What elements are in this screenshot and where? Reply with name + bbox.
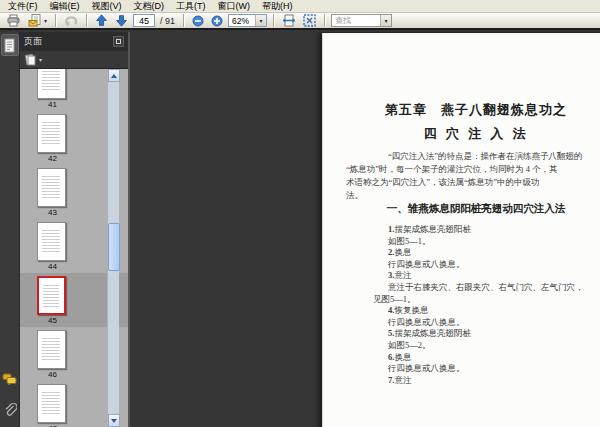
find-box: ▾ [331, 14, 392, 27]
scroll-down-button[interactable] [108, 414, 120, 427]
menu-item-6[interactable]: 窗口(W) [213, 0, 256, 12]
fit-width-button[interactable] [280, 14, 298, 28]
zoom-out-button[interactable] [190, 14, 206, 28]
thumbnail-page-number: 44 [37, 262, 68, 271]
fit-width-icon [282, 14, 296, 27]
document-text-line: 行四换息或八换息。 [346, 317, 584, 329]
thumbnail-page-preview [37, 330, 66, 369]
zoom-level-combo[interactable]: 62% ▾ [228, 14, 267, 27]
thumbnail-page-number: 41 [37, 100, 68, 109]
scroll-up-icon [111, 74, 117, 78]
page-down-icon [115, 14, 128, 27]
options-icon [24, 54, 37, 66]
menu-item-3[interactable]: 视图(V) [87, 0, 127, 12]
document-text-line: 如图5—2。 [346, 340, 584, 352]
zoom-dropdown-caret[interactable]: ▾ [255, 15, 266, 26]
navigation-tab-strip [0, 32, 20, 427]
thumbnail-page-number: 43 [37, 208, 68, 217]
zoom-level-value: 62% [229, 16, 255, 26]
page-up-icon [95, 14, 108, 27]
section-heading: 一、雏燕炼息阴阳桩亮翅动四穴注入法 [323, 202, 600, 216]
thumbnail-page-preview [37, 69, 66, 99]
toolbar-separator [183, 14, 184, 27]
zoom-in-icon [211, 15, 223, 27]
panel-collapse-button[interactable] [113, 36, 124, 47]
document-text-line: “炼息功”时，每一个架子的灌注穴位，均同时为 4 个，其 [346, 163, 583, 176]
pages-panel-header: 页面 [20, 32, 128, 51]
thumbnail-page-number: 45 [37, 316, 68, 325]
zoom-out-icon [192, 15, 204, 27]
menu-item-4[interactable]: 文档(D) [129, 0, 170, 12]
email-button[interactable]: ▾ [26, 14, 49, 28]
toolbar-separator [324, 14, 325, 27]
document-text-line: 见图5—1。 [346, 294, 584, 306]
menu-item-2[interactable]: 编辑(E) [45, 0, 85, 12]
zoom-in-button[interactable] [209, 14, 225, 28]
page-total-label: / 91 [158, 16, 177, 26]
print-button[interactable] [4, 14, 23, 28]
document-text-line: 1.摆架成炼息亮翅阳桩 [346, 224, 584, 236]
previous-page-button[interactable] [93, 14, 110, 28]
previous-view-button[interactable] [62, 14, 80, 28]
menu-item-5[interactable]: 工具(T) [171, 0, 211, 12]
pages-panel-title: 页面 [24, 35, 113, 48]
thumbnail-options-button[interactable]: ▾ [24, 54, 42, 66]
chapter-title-line1: 第五章 燕子八翻翅炼息功之 [323, 101, 600, 119]
document-text-line: 6.换息 [346, 352, 584, 364]
collapse-icon [116, 39, 121, 44]
email-dropdown-caret[interactable]: ▾ [44, 17, 47, 24]
fit-page-icon [303, 14, 316, 27]
thumbnail-options-row: ▾ [20, 51, 128, 69]
document-text-line: “四穴注入法”的特点是：操作者在演练燕子八翻翅的 [346, 150, 583, 163]
comments-tab-button[interactable] [1, 367, 19, 389]
document-text-line: 2.换息 [346, 247, 584, 259]
menu-item-7[interactable]: 帮助(H) [257, 0, 298, 12]
pages-icon [3, 38, 16, 53]
document-text-line: 行四换息或八换息。 [346, 363, 584, 375]
toolbar-separator [86, 14, 87, 27]
thumbnail-page-number: 46 [37, 370, 68, 379]
next-page-button[interactable] [113, 14, 130, 28]
thumbnail-scrollbar[interactable] [107, 69, 119, 427]
previous-view-icon [64, 15, 78, 27]
menu-bar: 文件(F)编辑(E)视图(V)文档(D)工具(T)窗口(W)帮助(H) [0, 0, 600, 13]
find-input[interactable] [332, 15, 380, 26]
scroll-up-button[interactable] [108, 69, 120, 82]
document-text-line: 如图5—1。 [346, 236, 584, 248]
document-body: 1.摆架成炼息亮翅阳桩如图5—1。2.换息行四换息或八换息。3.意注意注于右膝夹… [346, 224, 584, 386]
document-intro: “四穴注入法”的特点是：操作者在演练燕子八翻翅的“炼息功”时，每一个架子的灌注穴… [346, 150, 583, 202]
document-text-line: 7.意注 [346, 375, 584, 387]
printer-icon [6, 14, 21, 27]
paperclip-icon [3, 403, 17, 418]
toolbar-separator [55, 14, 56, 27]
chapter-title-block: 第五章 燕子八翻翅炼息功之 四 穴 注 入 法 [323, 101, 600, 143]
thumbnail-page-preview [37, 276, 66, 315]
document-text-line: 3.意注 [346, 270, 584, 282]
attachments-tab-button[interactable] [1, 399, 19, 421]
find-dropdown-caret[interactable]: ▾ [380, 15, 391, 26]
options-dropdown-caret: ▾ [39, 56, 42, 63]
document-text-line: 5.摆架成炼息亮翅阴桩 [346, 328, 584, 340]
page-number-input[interactable] [133, 14, 155, 27]
pages-tab-button[interactable] [1, 34, 19, 56]
chapter-title-line2: 四 穴 注 入 法 [323, 125, 600, 143]
document-text-line: 法。 [346, 189, 583, 202]
thumbnail-page-preview [37, 222, 66, 261]
thumbnail-page-preview [37, 168, 66, 207]
comments-icon [2, 372, 17, 385]
menu-item-1[interactable]: 文件(F) [3, 0, 43, 12]
toolbar: ▾ / 91 [0, 13, 600, 30]
document-view[interactable]: 第五章 燕子八翻翅炼息功之 四 穴 注 入 法 “四穴注入法”的特点是：操作者在… [130, 32, 600, 427]
scrollbar-thumb[interactable] [108, 223, 120, 271]
document-text-line: 行四换息或八换息。 [346, 259, 584, 271]
thumbnail-page-preview [37, 384, 66, 423]
nav-strip-bottom [1, 365, 19, 421]
pages-panel: 页面 ▾ 4142434445464748 [20, 32, 128, 427]
thumbnail-page-preview [37, 114, 66, 153]
document-text-line: 意注于右膝夹穴、右眼夹穴、右气门穴、左气门穴， [346, 282, 584, 294]
toolbar-separator [273, 14, 274, 27]
fit-page-button[interactable] [301, 14, 318, 28]
thumbnail-page-number: 42 [37, 154, 68, 163]
scroll-down-icon [111, 419, 117, 423]
content-area: 页面 ▾ 4142434445464748 [0, 32, 600, 427]
